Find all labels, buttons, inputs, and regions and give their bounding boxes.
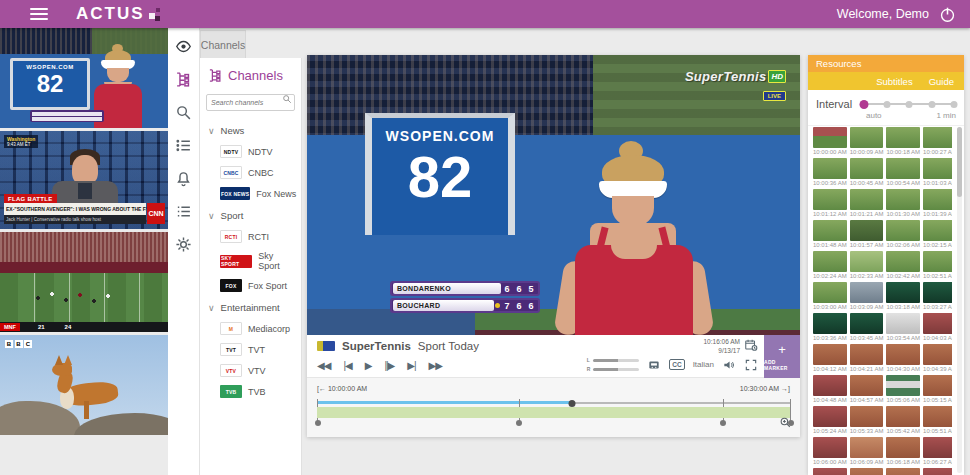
resource-thumbnail[interactable]: 10:06:45 AM — [850, 468, 884, 475]
resource-thumbnail[interactable]: 10:02:42 AM — [886, 251, 920, 280]
channel-group-header[interactable]: ∨Sport — [200, 204, 301, 226]
closed-captions-icon[interactable]: CC — [669, 359, 684, 370]
timeline-track[interactable] — [317, 402, 790, 404]
resource-thumbnail[interactable]: 10:00:36 AM — [813, 158, 847, 187]
resource-thumbnail[interactable]: 10:04:39 AM — [923, 344, 952, 373]
resource-thumbnail[interactable]: 10:06:09 AM — [850, 437, 884, 466]
resource-thumbnail[interactable]: 10:03:54 AM — [886, 313, 920, 342]
play-button[interactable]: ▶ — [365, 359, 372, 373]
search-icon[interactable] — [174, 102, 194, 122]
alerts-bell-icon[interactable] — [174, 168, 194, 188]
resource-thumbnail[interactable]: 10:05:42 AM — [886, 406, 920, 435]
resource-thumbnail[interactable]: 10:01:30 AM — [886, 189, 920, 218]
resource-thumbnail[interactable]: 10:01:39 AM — [923, 189, 952, 218]
channel-item[interactable]: TVTTVT — [200, 339, 301, 360]
resource-thumbnail[interactable]: 10:04:12 AM — [813, 344, 847, 373]
resource-thumbnail[interactable]: 10:06:18 AM — [886, 437, 920, 466]
step-back-button[interactable]: |◀ — [343, 359, 351, 373]
monitor-tennis[interactable]: WSOPEN.COM 82 — [0, 28, 168, 128]
resource-thumbnail[interactable]: 10:01:03 AM — [923, 158, 952, 187]
resource-thumbnail[interactable]: 10:00:45 AM — [850, 158, 884, 187]
channel-item[interactable]: TVBTVB — [200, 381, 301, 402]
resource-thumbnail[interactable]: 10:00:18 AM — [886, 127, 920, 156]
channel-item[interactable]: SKY SPORTSky Sport — [200, 247, 301, 275]
resource-thumbnail[interactable]: 10:00:54 AM — [886, 158, 920, 187]
resource-thumbnail[interactable]: 10:05:06 AM — [886, 375, 920, 404]
interval-stop[interactable] — [860, 100, 869, 109]
channels-tree-icon[interactable] — [174, 69, 194, 89]
resource-thumbnail[interactable]: 10:03:27 AM — [923, 282, 952, 311]
channel-item[interactable]: RCTIRCTI — [200, 226, 301, 247]
resource-thumbnail[interactable]: 10:00:00 AM — [813, 127, 847, 156]
resource-thumbnail[interactable]: 10:02:51 AM — [923, 251, 952, 280]
channel-group-header[interactable]: ∨News — [200, 119, 301, 141]
tasks-list-icon[interactable] — [174, 201, 194, 221]
resource-thumbnail[interactable]: 10:07:03 AM — [923, 468, 952, 475]
resource-thumbnail[interactable]: 10:02:33 AM — [850, 251, 884, 280]
resource-thumbnail[interactable]: 10:01:12 AM — [813, 189, 847, 218]
resource-thumbnail[interactable]: 10:00:09 AM — [850, 127, 884, 156]
interval-stop[interactable] — [951, 101, 958, 108]
tab-subtitles[interactable]: Subtitles — [876, 76, 912, 87]
resource-thumbnail[interactable]: 10:02:24 AM — [813, 251, 847, 280]
resource-thumbnail[interactable]: 10:01:48 AM — [813, 220, 847, 249]
interval-stop[interactable] — [928, 101, 935, 108]
resource-thumbnail[interactable]: 10:05:33 AM — [850, 406, 884, 435]
channel-item[interactable]: NDTVNDTV — [200, 141, 301, 162]
monitor-bbc[interactable]: BBC — [0, 335, 168, 435]
resource-thumbnail[interactable]: 10:03:18 AM — [886, 282, 920, 311]
resource-thumbnail[interactable]: 10:01:21 AM — [850, 189, 884, 218]
volume-icon[interactable] — [722, 358, 736, 372]
resource-thumbnail[interactable]: 10:03:09 AM — [850, 282, 884, 311]
resource-thumbnail[interactable]: 10:06:54 AM — [886, 468, 920, 475]
resource-thumbnail[interactable]: 10:02:15 AM — [923, 220, 952, 249]
step-forward-button[interactable]: ▶| — [407, 359, 415, 373]
resource-thumbnail[interactable]: 10:06:27 AM — [923, 437, 952, 466]
interval-slider[interactable] — [864, 103, 954, 105]
timeline-zoom-icon[interactable] — [779, 415, 792, 433]
resource-thumbnail[interactable]: 10:01:57 AM — [850, 220, 884, 249]
playlist-icon[interactable] — [174, 135, 194, 155]
add-marker-button[interactable]: + ADD MARKER — [764, 335, 800, 378]
fast-forward-button[interactable]: ▶▶ — [429, 359, 442, 373]
fullscreen-icon[interactable] — [744, 358, 758, 372]
export-clip-icon[interactable] — [647, 358, 661, 372]
resource-thumbnail[interactable]: 10:06:00 AM — [813, 437, 847, 466]
resource-thumbnail[interactable]: 10:04:03 AM — [923, 313, 952, 342]
monitor-nfl[interactable]: MNF 21 24 — [0, 232, 168, 332]
timeline-playhead[interactable] — [569, 400, 576, 407]
preview-eye-icon[interactable] — [174, 36, 194, 56]
timeline-recording-band[interactable] — [317, 407, 790, 418]
frame-forward-button[interactable]: ||▶ — [384, 359, 394, 373]
resource-thumbnail[interactable]: 10:06:36 AM — [813, 468, 847, 475]
resources-scrollbar[interactable] — [957, 127, 962, 473]
tab-resources[interactable]: Resources — [808, 55, 964, 72]
channel-item[interactable]: CNBCCNBC — [200, 162, 301, 183]
resource-thumbnail[interactable]: 10:03:36 AM — [813, 313, 847, 342]
resource-thumbnail[interactable]: 10:02:06 AM — [886, 220, 920, 249]
resource-thumbnail[interactable]: 10:03:45 AM — [850, 313, 884, 342]
calendar-clock-icon[interactable] — [744, 338, 758, 352]
interval-stop[interactable] — [906, 101, 913, 108]
tab-guide[interactable]: Guide — [929, 76, 954, 87]
resource-thumbnail[interactable]: 10:05:51 AM — [923, 406, 952, 435]
power-icon[interactable] — [939, 6, 956, 23]
settings-gear-icon[interactable] — [174, 234, 194, 254]
hamburger-menu-icon[interactable] — [30, 8, 48, 20]
monitor-cnn[interactable]: Washington 9:43 AM ET FLAG BATTLE EX-"SO… — [0, 131, 168, 229]
channel-item[interactable]: FOX NEWSFox News — [200, 183, 301, 204]
channel-item[interactable]: FOXFox Sport — [200, 275, 301, 296]
resource-thumbnail[interactable]: 10:00:27 AM — [923, 127, 952, 156]
interval-stop[interactable] — [883, 101, 890, 108]
resource-thumbnail[interactable]: 10:04:21 AM — [850, 344, 884, 373]
resource-thumbnail[interactable]: 10:04:30 AM — [886, 344, 920, 373]
channel-item[interactable]: VTVVTV — [200, 360, 301, 381]
resource-thumbnail[interactable]: 10:04:57 AM — [850, 375, 884, 404]
resource-thumbnail[interactable]: 10:05:15 AM — [923, 375, 952, 404]
channel-group-header[interactable]: ∨Entertainment — [200, 296, 301, 318]
tab-channels[interactable]: Channels — [200, 30, 246, 58]
rewind-button[interactable]: ◀◀ — [317, 359, 330, 373]
channel-item[interactable]: MMediacorp — [200, 318, 301, 339]
resource-thumbnail[interactable]: 10:03:00 AM — [813, 282, 847, 311]
resource-thumbnail[interactable]: 10:05:24 AM — [813, 406, 847, 435]
